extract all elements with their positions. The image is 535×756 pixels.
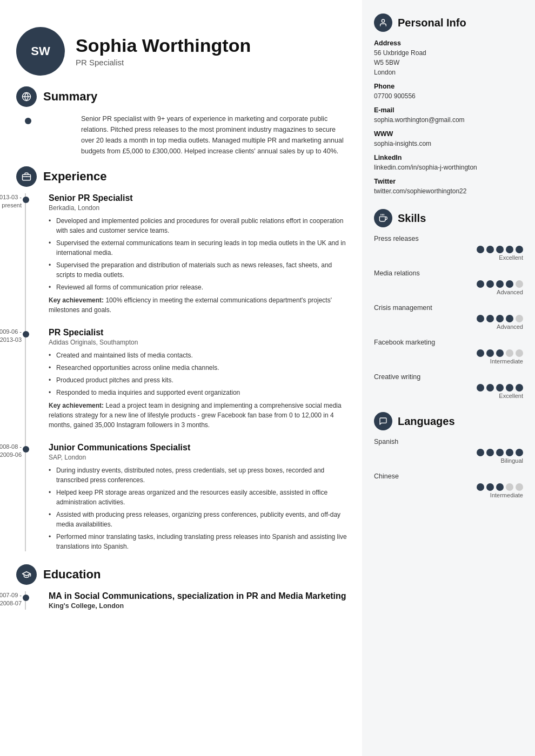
dot — [486, 280, 494, 288]
skill-name-4: Facebook marketing — [374, 339, 523, 346]
bullet: Researched opportunities across online m… — [49, 363, 351, 373]
address-label: Address — [374, 39, 523, 47]
skill-dots-4 — [374, 349, 523, 357]
job-title-2: PR Specialist — [49, 328, 351, 338]
dot — [477, 483, 484, 491]
skill-item-5: Creative writing Excellent — [374, 373, 523, 399]
skill-dots-3 — [374, 315, 523, 322]
dot — [486, 349, 494, 357]
education-header: Education — [16, 564, 351, 585]
lang-item-1: Spanish Bilingual — [374, 438, 523, 464]
bullet: Helped keep PR storage areas organized a… — [49, 488, 351, 507]
education-timeline: 2007-09 - 2008-07 MA in Social Communica… — [16, 591, 351, 610]
phone-block: Phone 07700 900556 — [374, 83, 523, 101]
skill-level-5: Excellent — [374, 393, 523, 399]
bullet: Created and maintained lists of media co… — [49, 350, 351, 360]
skill-level-1: Excellent — [374, 254, 523, 261]
experience-timeline: 2013-03 - present Senior PR Specialist B… — [16, 193, 351, 551]
skill-dots-2 — [374, 280, 523, 288]
skill-dots-1 — [374, 246, 523, 253]
skill-name-1: Press releases — [374, 235, 523, 242]
avatar: SW — [16, 27, 65, 76]
skills-title: Skills — [398, 212, 426, 225]
edu-date-1: 2007-09 - 2008-07 — [0, 591, 22, 608]
job-date-3: 2008-08 - 2009-06 — [0, 443, 22, 460]
header: SW Sophia Worthington PR Specialist — [0, 16, 362, 86]
skill-level-3: Advanced — [374, 323, 523, 330]
summary-bullet-container: Senior PR specialist with 9+ years of ex… — [16, 113, 351, 157]
linkedin-value: linkedin.com/in/sophia-j-worthington — [374, 163, 523, 172]
languages-header: Languages — [374, 412, 523, 430]
skills-icon — [374, 209, 392, 227]
personal-info-icon — [374, 14, 392, 32]
bullet: During industry events, distributed note… — [49, 465, 351, 485]
lang-dots-1 — [374, 449, 523, 456]
dot — [486, 449, 494, 456]
bullet: Supervised the external communications t… — [49, 238, 351, 258]
www-value: sophia-insights.com — [374, 139, 523, 148]
right-column: Personal Info Address 56 Uxbridge Road W… — [362, 0, 535, 756]
dot — [516, 315, 523, 322]
experience-header: Experience — [16, 166, 351, 187]
phone-label: Phone — [374, 83, 523, 90]
languages-section: Languages Spanish Bilingual Chinese — [374, 412, 523, 498]
achievement-2: Key achievement: Lead a project team in … — [49, 401, 351, 430]
skill-item-1: Press releases Excellent — [374, 235, 523, 261]
experience-title: Experience — [43, 170, 106, 184]
personal-info-header: Personal Info — [374, 14, 523, 32]
job-item-3: 2008-08 - 2009-06 Junior Communications … — [49, 443, 351, 551]
linkedin-block: LinkedIn linkedin.com/in/sophia-j-worthi… — [374, 154, 523, 172]
bullet: Reviewed all forms of communication prio… — [49, 282, 351, 292]
twitter-label: Twitter — [374, 178, 523, 185]
lang-item-2: Chinese Intermediate — [374, 473, 523, 498]
job-title-1: Senior PR Specialist — [49, 193, 351, 203]
dot — [477, 280, 484, 288]
job-bullets-1: Developed and implemented policies and p… — [49, 216, 351, 292]
dot — [506, 449, 513, 456]
job-bullets-3: During industry events, distributed note… — [49, 465, 351, 551]
dot — [477, 449, 484, 456]
job-company-3: SAP, London — [49, 454, 351, 461]
personal-info-title: Personal Info — [398, 17, 466, 29]
dot — [506, 349, 513, 357]
email-label: E-mail — [374, 106, 523, 114]
bullet: Developed and implemented policies and p… — [49, 216, 351, 235]
dot — [496, 483, 504, 491]
dot — [477, 384, 484, 392]
bullet: Responded to media inquiries and support… — [49, 388, 351, 397]
dot — [496, 280, 504, 288]
main-sections: Summary Senior PR specialist with 9+ yea… — [0, 86, 362, 610]
lang-level-1: Bilingual — [374, 457, 523, 464]
dot — [516, 246, 523, 253]
bullet: Produced product pitches and press kits. — [49, 375, 351, 385]
bullet: Supervised the preparation and distribut… — [49, 260, 351, 280]
job-date-1: 2013-03 - present — [0, 193, 22, 210]
job-item-2: 2009-06 - 2013-03 PR Specialist Adidas O… — [49, 328, 351, 430]
email-block: E-mail sophia.worthington@gmail.com — [374, 106, 523, 125]
skills-section: Skills Press releases Excellent Media re… — [374, 209, 523, 399]
dot — [486, 246, 494, 253]
skill-item-2: Media relations Advanced — [374, 269, 523, 295]
languages-title: Languages — [398, 415, 455, 428]
left-column: SW Sophia Worthington PR Specialist — [0, 0, 362, 756]
bullet: Assisted with producing press releases, … — [49, 510, 351, 529]
job-company-2: Adidas Originals, Southampton — [49, 339, 351, 346]
dot — [516, 384, 523, 392]
dot — [477, 246, 484, 253]
dot — [506, 315, 513, 322]
skill-level-4: Intermediate — [374, 358, 523, 364]
address-block: Address 56 Uxbridge Road W5 5BW London — [374, 39, 523, 77]
dot — [486, 483, 494, 491]
svg-point-5 — [382, 19, 384, 22]
dot — [496, 349, 504, 357]
skills-header: Skills — [374, 209, 523, 227]
skill-level-2: Advanced — [374, 289, 523, 295]
dot — [477, 315, 484, 322]
job-company-1: Berkadia, London — [49, 204, 351, 212]
skill-dots-5 — [374, 384, 523, 392]
dot — [516, 483, 523, 491]
dot — [506, 246, 513, 253]
education-section: Education 2007-09 - 2008-07 MA in Social… — [16, 564, 351, 610]
job-bullets-2: Created and maintained lists of media co… — [49, 350, 351, 397]
phone-value: 07700 900556 — [374, 91, 523, 101]
